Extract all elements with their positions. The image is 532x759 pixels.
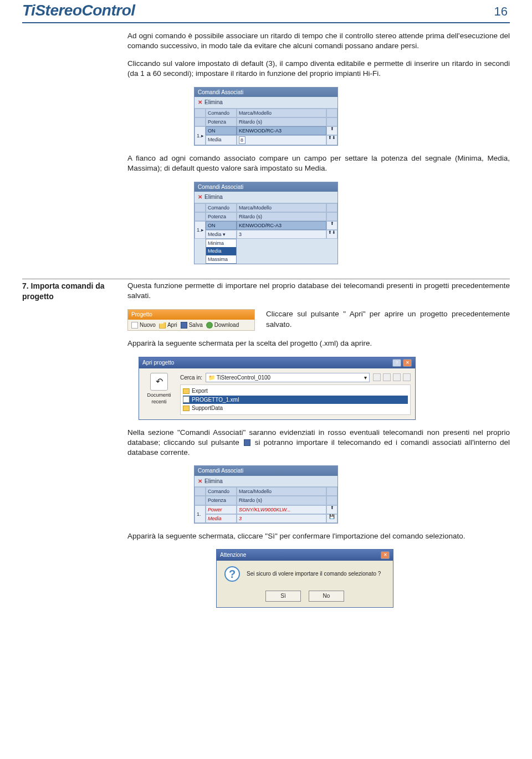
question-icon: ? (224, 566, 240, 582)
up-icon[interactable] (383, 373, 391, 381)
up-arrow-icon[interactable]: ⬆ (326, 221, 337, 230)
progetto-toolbar: Progetto Nuovo Apri Salva Download (127, 309, 255, 331)
apri-progetto-dialog: Apri progetto ? ✕ ↶ Documenti recenti Ce… (139, 357, 416, 420)
att-title: Attenzione (220, 551, 246, 559)
save-icon (244, 439, 250, 446)
attenzione-dialog: Attenzione ✕ ? Sei sicuro di volere impo… (216, 549, 393, 608)
elimina-button[interactable]: ✕ Elimina (195, 97, 337, 109)
paragraph-3: A fianco ad ogni comando associato compa… (22, 153, 510, 173)
folder-icon (183, 406, 190, 411)
elimina-button[interactable]: ✕ Elimina (195, 476, 337, 488)
close-button[interactable]: ✕ (381, 551, 390, 559)
chevron-down-icon: ▾ (364, 374, 367, 382)
recent-docs-icon[interactable]: ↶ (150, 373, 168, 391)
elimina-label: Elimina (204, 99, 223, 106)
no-button[interactable]: No (309, 591, 344, 602)
nuovo-button[interactable]: Nuovo (131, 321, 156, 329)
comandi-associati-panel-1: Comandi Associati ✕ Elimina Comando Marc… (194, 87, 338, 146)
cmd-on-cell[interactable]: ON (206, 126, 237, 135)
att-message: Sei sicuro di volere importare il comand… (247, 570, 381, 578)
potenza-dropdown[interactable]: Media ▾ (206, 230, 237, 239)
potenza-options[interactable]: Minima Media Massima (206, 239, 237, 263)
panel-title: Comandi Associati (195, 88, 337, 98)
col-marca: Marca/Modello (237, 109, 326, 117)
file-export[interactable]: Export (183, 387, 408, 396)
col-comando: Comando (206, 109, 237, 117)
close-button[interactable]: ✕ (403, 359, 412, 367)
salva-button[interactable]: Salva (181, 321, 203, 329)
close-icon: ✕ (198, 478, 202, 485)
back-icon[interactable] (373, 373, 381, 381)
brand-sony-cell[interactable]: SONY/KLW9000KLW... (237, 505, 326, 514)
expand-icon[interactable]: ▸ (201, 132, 204, 139)
new-icon (131, 322, 138, 329)
newfolder-icon[interactable] (393, 373, 401, 381)
si-button[interactable]: Sì (265, 591, 301, 602)
comandi-associati-panel-2: Comandi Associati ✕ Elimina Comando Marc… (194, 182, 338, 264)
paragraph-7: Apparirà la seguente schermata, cliccare… (22, 531, 510, 541)
doc-header: TiStereoControl 16 (22, 0, 510, 23)
row-index: 1. (197, 132, 201, 139)
doc-title: TiStereoControl (22, 0, 135, 21)
open-icon (159, 322, 166, 329)
save-icon (181, 322, 187, 329)
paragraph-2: Cliccando sul valore impostato di defaul… (22, 59, 510, 79)
import-save-icon[interactable]: 💾 (326, 514, 337, 523)
close-icon: ✕ (198, 193, 202, 201)
download-button[interactable]: Download (206, 321, 239, 329)
xml-icon (183, 396, 190, 403)
progetto-title: Progetto (128, 310, 254, 320)
brand-cell[interactable]: KENWOOD/RC-A3 (237, 126, 326, 135)
views-icon[interactable] (403, 373, 411, 381)
cmd-power-cell[interactable]: Power (206, 505, 237, 514)
paragraph-6: Nella sezione "Comandi Associati" sarann… (22, 428, 510, 458)
section-7-title: 7. Importa comandi da progetto (22, 279, 127, 302)
page-number: 16 (494, 3, 510, 21)
expand-icon[interactable]: ▸ (201, 227, 204, 233)
section-7-body: Questa funzione permette di importare ne… (127, 279, 510, 302)
cerca-in-combo[interactable]: 📁 TiStereoControl_0100 ▾ (206, 373, 370, 383)
col-ritardo: Ritardo (s) (237, 117, 326, 126)
elimina-button[interactable]: ✕ Elimina (195, 192, 337, 203)
file-supportdata[interactable]: SupportData (183, 404, 408, 413)
updown-icon[interactable]: ⬆⬇ (326, 230, 337, 239)
ritardo-input-cell[interactable]: 8 (237, 135, 326, 145)
paragraph-5: Apparirà la seguente schermata per la sc… (22, 339, 510, 348)
file-progetto1[interactable]: PROGETTO_1.xml (183, 396, 408, 404)
file-list[interactable]: Export PROGETTO_1.xml SupportData (180, 384, 411, 415)
paragraph-4: Cliccare sul pulsante " Apri" per aprire… (266, 309, 510, 329)
help-button[interactable]: ? (392, 359, 401, 367)
opt-media[interactable]: Media (206, 247, 236, 255)
updown-icon[interactable]: ⬆⬇ (326, 135, 337, 145)
dialog-title: Apri progetto (142, 359, 174, 367)
close-icon: ✕ (198, 99, 202, 106)
apri-button[interactable]: Apri (159, 321, 177, 329)
folder-icon (183, 388, 190, 394)
potenza-cell[interactable]: Media (206, 135, 237, 145)
up-arrow-icon[interactable]: ⬆ (326, 126, 337, 135)
chevron-down-icon: ▾ (223, 232, 226, 237)
comandi-associati-panel-3: Comandi Associati ✕ Elimina Comando Marc… (194, 465, 338, 524)
opt-minima[interactable]: Minima (206, 239, 236, 247)
opt-massima[interactable]: Massima (206, 255, 236, 263)
ritardo-input[interactable]: 8 (239, 136, 245, 144)
recent-docs-label: Documenti recenti (144, 392, 175, 405)
up-arrow-icon[interactable]: ⬆ (326, 505, 337, 514)
col-potenza: Potenza (206, 117, 237, 126)
download-icon (206, 322, 213, 329)
paragraph-1: Ad ogni comando è possibile associare un… (22, 31, 510, 51)
cerca-in-label: Cerca in: (180, 374, 202, 382)
